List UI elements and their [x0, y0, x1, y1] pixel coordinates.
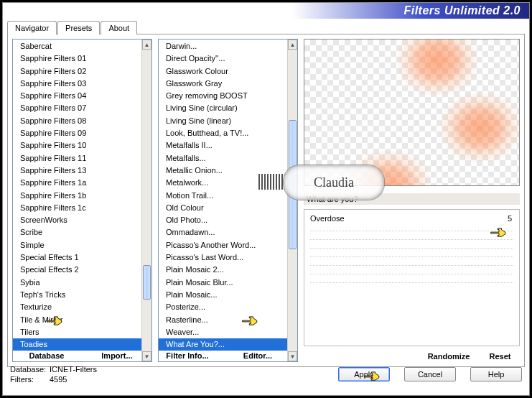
param-divider — [310, 276, 513, 283]
list-item[interactable]: Motion Trail... — [159, 190, 287, 202]
category-list[interactable]: SabercatSapphire Filters 01Sapphire Filt… — [12, 39, 152, 362]
list-item[interactable]: Living Sine (circular) — [159, 102, 287, 114]
list-item[interactable]: Look, Butthead, a TV!... — [159, 127, 287, 139]
list-item[interactable]: Metalfalls II... — [159, 139, 287, 152]
list-item[interactable]: Sapphire Filters 07 — [13, 102, 141, 114]
scrollbar[interactable]: ▲ ▼ — [287, 40, 297, 361]
list-item[interactable]: Teph's Tricks — [13, 289, 141, 301]
preview-blob — [398, 39, 477, 95]
parameters-panel: Overdose 5 — [304, 209, 520, 346]
list-item[interactable]: Posterize... — [159, 301, 287, 313]
param-name: Overdose — [310, 214, 499, 223]
param-divider — [310, 233, 513, 240]
list-item[interactable]: Metalfalls... — [159, 152, 287, 165]
list-item[interactable]: Picasso's Last Word... — [159, 251, 287, 264]
list-item[interactable]: Plain Mosaic... — [159, 289, 287, 301]
list-item[interactable]: Plain Mosaic Blur... — [159, 277, 287, 289]
preview-image — [304, 39, 520, 186]
list-item[interactable]: Texturize — [13, 301, 141, 313]
scroll-thumb[interactable] — [143, 265, 151, 300]
list-item[interactable]: Glasswork Colour — [159, 65, 287, 78]
list-item[interactable]: Living Sine (linear) — [159, 115, 287, 127]
list-item[interactable]: Special Effects 1 — [13, 251, 141, 264]
list-item[interactable]: Tile & Mirror — [13, 314, 141, 326]
list-item[interactable]: Old Colour — [159, 202, 287, 214]
randomize-button[interactable]: Randomize — [420, 351, 477, 362]
list-item[interactable]: Direct Opacity''... — [159, 52, 287, 65]
tab-navigator[interactable]: Navigator — [7, 21, 57, 34]
list-item[interactable]: Sybia — [13, 277, 141, 289]
param-divider — [310, 241, 513, 249]
param-value: 5 — [499, 214, 512, 223]
filters-label: Filters: — [10, 374, 50, 384]
param-row: Overdose 5 — [310, 214, 513, 223]
category-column: SabercatSapphire Filters 01Sapphire Filt… — [12, 39, 152, 362]
list-item[interactable]: Sapphire Filters 1c — [13, 202, 141, 214]
list-item[interactable]: Sapphire Filters 02 — [13, 65, 141, 78]
scroll-thumb[interactable] — [289, 120, 297, 249]
preview-blob — [441, 93, 520, 162]
scroll-up-icon[interactable]: ▲ — [142, 40, 151, 50]
title-bar: Filters Unlimited 2.0 — [3, 3, 529, 19]
left-button-row: Database Import... Filter Info... Editor… — [10, 350, 294, 361]
db-label: Database: — [10, 364, 50, 374]
filter-column: Darwin...Direct Opacity''...Glasswork Co… — [158, 39, 298, 362]
scroll-up-icon[interactable]: ▲ — [288, 40, 297, 50]
preview-column: What are you? Overdose 5 Randomize Reset — [304, 39, 520, 362]
list-item[interactable]: Sapphire Filters 11 — [13, 152, 141, 165]
bottom-bar: Database:ICNET-Filters Filters:4595 Appl… — [3, 361, 529, 389]
filter-name-label: What are you? — [304, 193, 520, 205]
db-value: ICNET-Filters — [50, 365, 97, 374]
list-item[interactable]: Rasterline... — [159, 314, 287, 326]
preview-buttons: Randomize Reset — [304, 351, 520, 362]
preview-blob — [347, 151, 430, 186]
list-item[interactable]: Weaver... — [159, 326, 287, 338]
info-block: Database:ICNET-Filters Filters:4595 — [10, 364, 97, 384]
param-divider — [310, 259, 513, 266]
list-item[interactable]: Ommadawn... — [159, 226, 287, 239]
database-button[interactable]: Database — [11, 350, 82, 361]
filter-list[interactable]: Darwin...Direct Opacity''...Glasswork Co… — [158, 39, 298, 362]
list-item[interactable]: Sapphire Filters 03 — [13, 78, 141, 90]
list-item[interactable]: Glasswork Gray — [159, 78, 287, 90]
list-item[interactable]: Sapphire Filters 01 — [13, 52, 141, 65]
list-item[interactable]: Sapphire Filters 13 — [13, 165, 141, 177]
filters-value: 4595 — [50, 375, 67, 384]
reset-button[interactable]: Reset — [480, 351, 520, 362]
list-item[interactable]: Plain Mosaic 2... — [159, 264, 287, 276]
help-button[interactable]: Help — [470, 367, 522, 381]
param-divider — [310, 267, 513, 274]
scrollbar[interactable]: ▲ ▼ — [141, 40, 151, 361]
list-item[interactable]: What Are You?... — [159, 338, 287, 351]
list-item[interactable]: Sabercat — [13, 40, 141, 52]
list-item[interactable]: Tilers — [13, 326, 141, 338]
list-item[interactable]: Sapphire Filters 08 — [13, 115, 141, 127]
list-item[interactable]: Darwin... — [159, 40, 287, 52]
list-item[interactable]: Sapphire Filters 1b — [13, 190, 141, 202]
list-item[interactable]: Metallic Onion... — [159, 165, 287, 177]
tab-about[interactable]: About — [101, 21, 137, 34]
filter-info-button[interactable]: Filter Info... — [152, 350, 223, 361]
list-item[interactable]: Special Effects 2 — [13, 264, 141, 276]
app-title: Filters Unlimited 2.0 — [403, 4, 521, 17]
list-item[interactable]: Sapphire Filters 1a — [13, 177, 141, 189]
list-item[interactable]: Sapphire Filters 10 — [13, 139, 141, 152]
list-item[interactable]: Toadies — [13, 338, 141, 351]
tab-presets[interactable]: Presets — [57, 21, 100, 34]
list-item[interactable]: Sapphire Filters 09 — [13, 127, 141, 139]
apply-button[interactable]: Apply — [338, 367, 390, 381]
list-item[interactable]: Simple — [13, 239, 141, 251]
param-divider — [310, 250, 513, 257]
editor-button[interactable]: Editor... — [223, 350, 293, 361]
list-item[interactable]: ScreenWorks — [13, 214, 141, 226]
list-item[interactable]: Metalwork... — [159, 177, 287, 189]
list-item[interactable]: Scribe — [13, 226, 141, 239]
cancel-button[interactable]: Cancel — [404, 367, 456, 381]
tab-panel: SabercatSapphire Filters 01Sapphire Filt… — [7, 34, 525, 367]
list-item[interactable]: Old Photo... — [159, 214, 287, 226]
list-item[interactable]: Picasso's Another Word... — [159, 239, 287, 251]
list-item[interactable]: Sapphire Filters 04 — [13, 90, 141, 102]
tab-bar: Navigator Presets About — [3, 20, 529, 34]
import-button[interactable]: Import... — [82, 350, 152, 361]
list-item[interactable]: Grey removing BOOST — [159, 90, 287, 102]
